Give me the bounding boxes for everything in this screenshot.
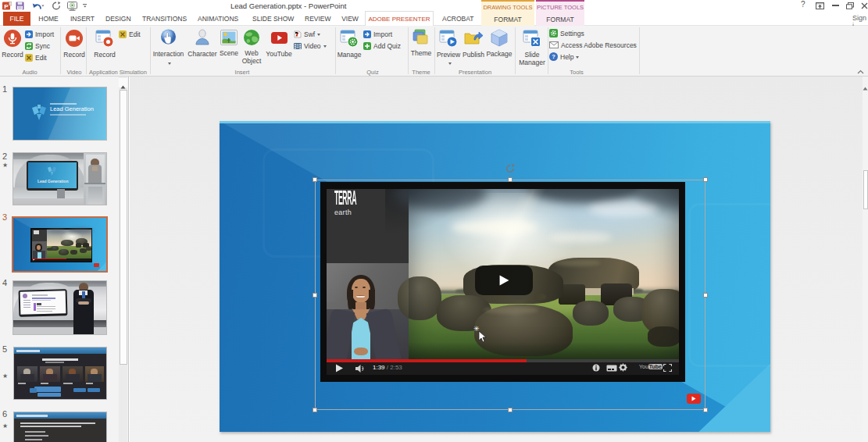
svg-text:?: ? (552, 53, 555, 60)
svg-text:P: P (4, 3, 9, 10)
